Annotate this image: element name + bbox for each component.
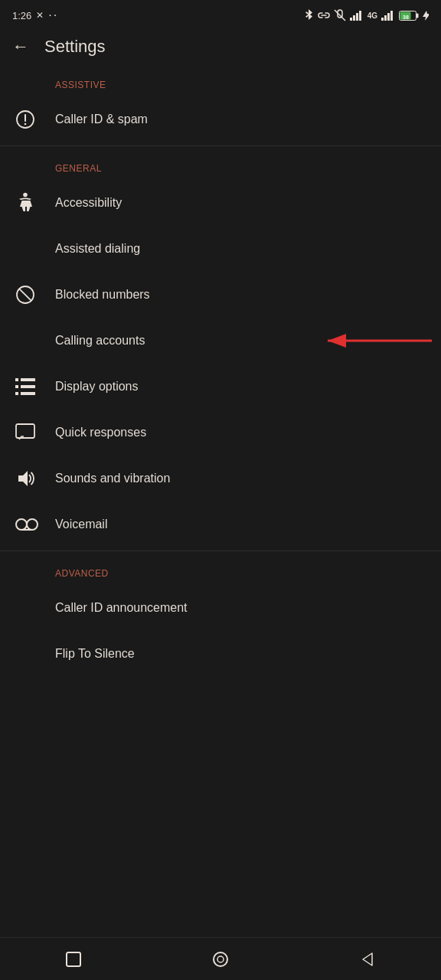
svg-line-18 (19, 289, 31, 301)
assisted-dialing-label: Assisted dialing (55, 242, 140, 256)
bluetooth-icon (303, 9, 314, 21)
caller-id-spam-label: Caller ID & spam (55, 113, 148, 126)
settings-item-quick-responses[interactable]: Quick responses (0, 410, 441, 456)
signal-icon-2 (381, 10, 395, 21)
svg-rect-7 (387, 13, 390, 21)
divider-assistive-general (0, 145, 441, 146)
section-general: GENERAL Accessibility Assisted dialing (0, 149, 441, 551)
list-icon (15, 378, 55, 395)
signal-icon-1 (350, 10, 364, 21)
settings-item-accessibility[interactable]: Accessibility (0, 180, 441, 226)
svg-rect-6 (384, 15, 387, 21)
svg-rect-5 (381, 18, 384, 21)
svg-rect-24 (21, 385, 35, 388)
section-assistive: ASSISTIVE Caller ID & spam (0, 66, 441, 146)
back-triangle-icon (359, 951, 376, 968)
settings-list: ASSISTIVE Caller ID & spam GENERAL (0, 66, 441, 937)
close-icon: ✕ (36, 10, 44, 21)
section-label-assistive: ASSISTIVE (0, 66, 441, 96)
accessibility-label: Accessibility (55, 196, 122, 210)
flip-to-silence-label: Flip To Silence (55, 647, 135, 661)
volume-icon (15, 469, 55, 488)
settings-item-assisted-dialing[interactable]: Assisted dialing (0, 226, 441, 272)
sounds-vibration-label: Sounds and vibration (55, 472, 170, 485)
svg-rect-10 (416, 13, 419, 18)
svg-point-33 (214, 952, 227, 966)
voicemail-label: Voicemail (55, 518, 107, 531)
svg-rect-3 (356, 13, 358, 21)
svg-rect-23 (15, 385, 18, 388)
svg-rect-4 (359, 11, 361, 21)
home-button[interactable] (205, 944, 236, 975)
chat-icon (15, 423, 55, 442)
page-header: ← Settings (0, 28, 441, 66)
bottom-navigation (0, 937, 441, 980)
charging-icon (423, 11, 429, 21)
red-arrow-annotation (318, 327, 433, 354)
calling-accounts-label: Calling accounts (55, 334, 145, 348)
svg-marker-35 (363, 953, 372, 965)
accessibility-icon (15, 192, 55, 214)
caller-id-announcement-label: Caller ID announcement (55, 601, 188, 615)
section-label-advanced: ADVANCED (0, 554, 441, 585)
svg-rect-8 (390, 11, 393, 21)
settings-item-caller-id-spam[interactable]: Caller ID & spam (0, 96, 441, 142)
svg-rect-27 (16, 424, 34, 438)
blocked-numbers-label: Blocked numbers (55, 288, 150, 302)
svg-rect-1 (350, 18, 352, 21)
home-circle-icon (212, 951, 229, 968)
svg-line-0 (335, 10, 345, 21)
quick-responses-label: Quick responses (55, 426, 146, 439)
settings-item-display-options[interactable]: Display options (0, 364, 441, 410)
exclamation-circle-icon (15, 109, 55, 129)
svg-rect-2 (353, 15, 355, 21)
status-bar: 1:26 ✕ ·· 4G (0, 0, 441, 28)
link-icon (318, 11, 330, 20)
voicemail-icon (15, 517, 55, 532)
divider-general-advanced (0, 550, 441, 551)
display-options-label: Display options (55, 380, 139, 394)
svg-marker-28 (18, 471, 28, 486)
back-button[interactable]: ← (12, 37, 29, 57)
svg-rect-25 (15, 392, 18, 395)
svg-point-30 (27, 519, 38, 530)
settings-item-blocked-numbers[interactable]: Blocked numbers (0, 272, 441, 318)
settings-item-calling-accounts[interactable]: Calling accounts (0, 318, 441, 364)
svg-point-15 (24, 123, 27, 126)
svg-rect-26 (21, 392, 35, 395)
settings-item-flip-to-silence[interactable]: Flip To Silence (0, 631, 441, 677)
settings-item-caller-id-announcement[interactable]: Caller ID announcement (0, 585, 441, 631)
battery-icon: 38 (399, 11, 419, 21)
page-title: Settings (44, 37, 106, 57)
section-label-general: GENERAL (0, 149, 441, 180)
svg-text:38: 38 (403, 15, 409, 20)
section-advanced: ADVANCED Caller ID announcement Flip To … (0, 554, 441, 677)
svg-point-16 (23, 193, 28, 198)
back-button-nav[interactable] (352, 944, 383, 975)
status-right: 4G 38 (303, 9, 429, 21)
blocked-icon (15, 285, 55, 305)
svg-point-34 (217, 956, 224, 962)
svg-rect-22 (21, 378, 35, 381)
svg-point-29 (16, 519, 27, 530)
svg-rect-32 (67, 952, 80, 966)
status-left: 1:26 ✕ ·· (12, 8, 58, 22)
network-label: 4G (368, 11, 377, 20)
mute-icon (334, 9, 346, 21)
settings-item-sounds-vibration[interactable]: Sounds and vibration (0, 456, 441, 501)
square-icon (65, 951, 82, 968)
svg-rect-21 (15, 378, 18, 381)
settings-item-voicemail[interactable]: Voicemail (0, 501, 441, 547)
time: 1:26 (12, 10, 31, 21)
recents-button[interactable] (58, 944, 89, 975)
dots: ·· (48, 8, 58, 22)
